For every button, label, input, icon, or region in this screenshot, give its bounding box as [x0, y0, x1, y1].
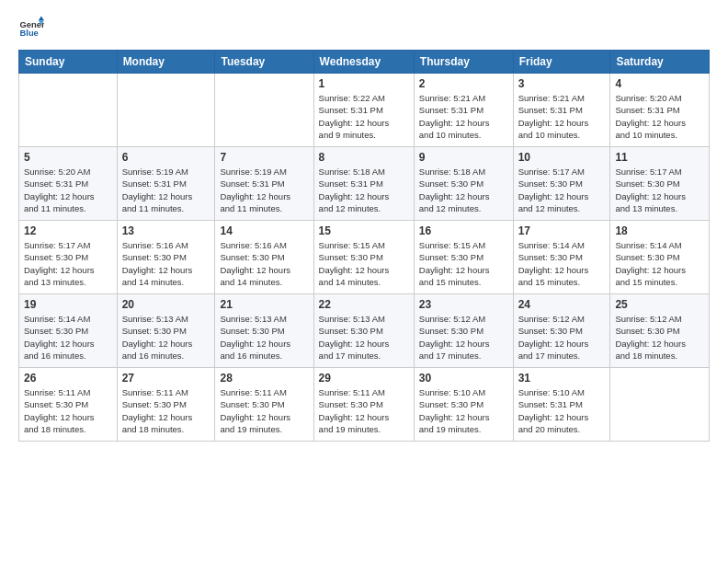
day-info: Sunrise: 5:14 AM Sunset: 5:30 PM Dayligh…: [24, 313, 112, 362]
calendar-cell: 23Sunrise: 5:12 AM Sunset: 5:30 PM Dayli…: [414, 294, 513, 368]
day-info: Sunrise: 5:12 AM Sunset: 5:30 PM Dayligh…: [518, 313, 606, 362]
day-info: Sunrise: 5:11 AM Sunset: 5:30 PM Dayligh…: [319, 386, 409, 435]
day-number: 21: [220, 298, 308, 311]
day-info: Sunrise: 5:14 AM Sunset: 5:30 PM Dayligh…: [518, 239, 606, 288]
day-number: 20: [122, 298, 210, 311]
weekday-header-tuesday: Tuesday: [215, 51, 313, 74]
calendar-week-1: 1Sunrise: 5:22 AM Sunset: 5:31 PM Daylig…: [19, 74, 710, 147]
day-info: Sunrise: 5:13 AM Sunset: 5:30 PM Dayligh…: [122, 313, 210, 362]
calendar-header-row: SundayMondayTuesdayWednesdayThursdayFrid…: [19, 51, 710, 74]
weekday-header-sunday: Sunday: [19, 51, 118, 74]
calendar-week-4: 19Sunrise: 5:14 AM Sunset: 5:30 PM Dayli…: [19, 294, 710, 368]
day-number: 29: [319, 372, 409, 385]
calendar-cell: 31Sunrise: 5:10 AM Sunset: 5:31 PM Dayli…: [513, 368, 610, 442]
day-number: 8: [319, 151, 409, 164]
day-number: 12: [24, 224, 112, 237]
day-info: Sunrise: 5:20 AM Sunset: 5:31 PM Dayligh…: [24, 166, 112, 214]
calendar-cell: 19Sunrise: 5:14 AM Sunset: 5:30 PM Dayli…: [19, 294, 118, 368]
calendar-cell: 9Sunrise: 5:18 AM Sunset: 5:30 PM Daylig…: [414, 147, 513, 221]
day-info: Sunrise: 5:18 AM Sunset: 5:31 PM Dayligh…: [319, 166, 409, 214]
day-number: 18: [615, 224, 704, 237]
day-number: 1: [319, 77, 409, 90]
day-number: 4: [615, 77, 704, 90]
day-number: 5: [24, 151, 112, 164]
weekday-header-monday: Monday: [117, 51, 215, 74]
day-number: 2: [419, 77, 508, 90]
day-info: Sunrise: 5:16 AM Sunset: 5:30 PM Dayligh…: [122, 239, 210, 288]
day-number: 16: [419, 224, 508, 237]
logo-icon: General Blue: [18, 15, 44, 40]
day-number: 30: [419, 372, 508, 385]
day-number: 24: [518, 298, 606, 311]
day-info: Sunrise: 5:20 AM Sunset: 5:31 PM Dayligh…: [615, 92, 704, 141]
day-info: Sunrise: 5:17 AM Sunset: 5:30 PM Dayligh…: [615, 166, 704, 214]
calendar-week-2: 5Sunrise: 5:20 AM Sunset: 5:31 PM Daylig…: [19, 147, 710, 221]
svg-text:Blue: Blue: [20, 29, 39, 38]
calendar-cell: 21Sunrise: 5:13 AM Sunset: 5:30 PM Dayli…: [215, 294, 313, 368]
day-info: Sunrise: 5:13 AM Sunset: 5:30 PM Dayligh…: [220, 313, 308, 362]
calendar-cell: 27Sunrise: 5:11 AM Sunset: 5:30 PM Dayli…: [117, 368, 215, 442]
calendar-cell: 24Sunrise: 5:12 AM Sunset: 5:30 PM Dayli…: [513, 294, 610, 368]
logo: General Blue: [18, 15, 48, 40]
calendar-cell: 7Sunrise: 5:19 AM Sunset: 5:31 PM Daylig…: [215, 147, 313, 221]
calendar-cell: [19, 74, 118, 147]
day-number: 19: [24, 298, 112, 311]
calendar-cell: 2Sunrise: 5:21 AM Sunset: 5:31 PM Daylig…: [414, 74, 513, 147]
calendar-cell: [117, 74, 215, 147]
day-number: 11: [615, 151, 704, 164]
calendar-table: SundayMondayTuesdayWednesdayThursdayFrid…: [18, 50, 710, 442]
calendar-cell: 14Sunrise: 5:16 AM Sunset: 5:30 PM Dayli…: [215, 221, 313, 294]
day-number: 14: [220, 224, 308, 237]
day-number: 31: [518, 372, 606, 385]
calendar-cell: [610, 368, 710, 442]
day-info: Sunrise: 5:14 AM Sunset: 5:30 PM Dayligh…: [615, 239, 704, 288]
calendar-cell: 18Sunrise: 5:14 AM Sunset: 5:30 PM Dayli…: [610, 221, 710, 294]
weekday-header-wednesday: Wednesday: [313, 51, 414, 74]
calendar-cell: 3Sunrise: 5:21 AM Sunset: 5:31 PM Daylig…: [513, 74, 610, 147]
calendar-cell: 20Sunrise: 5:13 AM Sunset: 5:30 PM Dayli…: [117, 294, 215, 368]
day-info: Sunrise: 5:19 AM Sunset: 5:31 PM Dayligh…: [220, 166, 308, 214]
day-number: 15: [319, 224, 409, 237]
calendar-cell: 29Sunrise: 5:11 AM Sunset: 5:30 PM Dayli…: [313, 368, 414, 442]
calendar-cell: 30Sunrise: 5:10 AM Sunset: 5:30 PM Dayli…: [414, 368, 513, 442]
calendar-cell: 28Sunrise: 5:11 AM Sunset: 5:30 PM Dayli…: [215, 368, 313, 442]
day-number: 3: [518, 77, 606, 90]
calendar-cell: 13Sunrise: 5:16 AM Sunset: 5:30 PM Dayli…: [117, 221, 215, 294]
day-info: Sunrise: 5:15 AM Sunset: 5:30 PM Dayligh…: [419, 239, 508, 288]
day-info: Sunrise: 5:19 AM Sunset: 5:31 PM Dayligh…: [122, 166, 210, 214]
day-number: 27: [122, 372, 210, 385]
day-number: 25: [615, 298, 704, 311]
calendar-cell: 11Sunrise: 5:17 AM Sunset: 5:30 PM Dayli…: [610, 147, 710, 221]
day-info: Sunrise: 5:21 AM Sunset: 5:31 PM Dayligh…: [518, 92, 606, 141]
day-number: 22: [319, 298, 409, 311]
day-info: Sunrise: 5:22 AM Sunset: 5:31 PM Dayligh…: [319, 92, 409, 141]
calendar-cell: 15Sunrise: 5:15 AM Sunset: 5:30 PM Dayli…: [313, 221, 414, 294]
calendar-cell: 6Sunrise: 5:19 AM Sunset: 5:31 PM Daylig…: [117, 147, 215, 221]
header: General Blue: [18, 15, 710, 40]
day-info: Sunrise: 5:10 AM Sunset: 5:31 PM Dayligh…: [518, 386, 606, 435]
calendar-cell: 10Sunrise: 5:17 AM Sunset: 5:30 PM Dayli…: [513, 147, 610, 221]
day-info: Sunrise: 5:21 AM Sunset: 5:31 PM Dayligh…: [419, 92, 508, 141]
day-number: 10: [518, 151, 606, 164]
weekday-header-friday: Friday: [513, 51, 610, 74]
weekday-header-saturday: Saturday: [610, 51, 710, 74]
day-number: 28: [220, 372, 308, 385]
day-number: 26: [24, 372, 112, 385]
calendar-cell: 12Sunrise: 5:17 AM Sunset: 5:30 PM Dayli…: [19, 221, 118, 294]
day-info: Sunrise: 5:12 AM Sunset: 5:30 PM Dayligh…: [615, 313, 704, 362]
day-number: 7: [220, 151, 308, 164]
day-info: Sunrise: 5:11 AM Sunset: 5:30 PM Dayligh…: [122, 386, 210, 435]
day-info: Sunrise: 5:16 AM Sunset: 5:30 PM Dayligh…: [220, 239, 308, 288]
calendar-cell: [215, 74, 313, 147]
day-number: 23: [419, 298, 508, 311]
day-info: Sunrise: 5:11 AM Sunset: 5:30 PM Dayligh…: [220, 386, 308, 435]
day-number: 6: [122, 151, 210, 164]
calendar-cell: 26Sunrise: 5:11 AM Sunset: 5:30 PM Dayli…: [19, 368, 118, 442]
day-number: 17: [518, 224, 606, 237]
weekday-header-thursday: Thursday: [414, 51, 513, 74]
day-info: Sunrise: 5:13 AM Sunset: 5:30 PM Dayligh…: [319, 313, 409, 362]
calendar-cell: 4Sunrise: 5:20 AM Sunset: 5:31 PM Daylig…: [610, 74, 710, 147]
day-info: Sunrise: 5:15 AM Sunset: 5:30 PM Dayligh…: [319, 239, 409, 288]
day-number: 9: [419, 151, 508, 164]
day-info: Sunrise: 5:10 AM Sunset: 5:30 PM Dayligh…: [419, 386, 508, 435]
